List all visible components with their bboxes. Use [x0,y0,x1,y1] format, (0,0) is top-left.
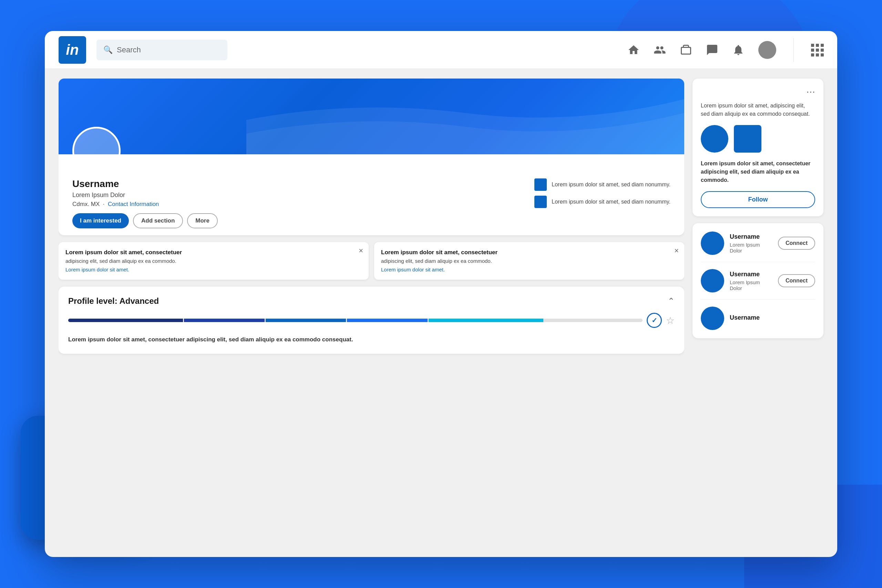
suggestion-title-2: Lorem ipsum dolor sit amet, consectetuer [381,249,677,256]
profile-level-title: Profile level: Advanced [68,296,159,306]
nav-divider [794,38,794,62]
person-divider-1 [701,262,815,262]
suggestion-sub-2: adipiscing elit, sed diam aliquip ex ea … [381,258,677,264]
search-bar[interactable]: 🔍 Search [96,40,227,60]
nav-apps[interactable] [811,44,824,56]
nav-messaging[interactable] [706,44,718,56]
person-item-1: Username Lorem Ipsum Dolor Connect [701,231,815,255]
profile-banner [58,78,684,154]
nav-avatar[interactable] [758,41,776,59]
right-ad-card: ⋯ Lorem ipsum dolor sit amet, adipiscing… [693,78,824,216]
suggestion-card-1: × Lorem ipsum dolor sit amet, consectetu… [58,242,369,280]
search-placeholder: Search [117,45,141,54]
suggestion-card-2: × Lorem ipsum dolor sit amet, consectetu… [374,242,684,280]
person-item-2: Username Lorem Ipsum Dolor Connect [701,269,815,292]
stat-box-1 [534,178,547,191]
close-suggestion-1[interactable]: × [358,246,363,255]
profile-card: Username Lorem Ipsum Dolor Cdmx. MX · Co… [58,78,684,235]
seg2 [184,319,264,322]
seg1 [68,319,183,322]
briefcase-icon [680,44,692,56]
check-circle: ✓ [646,313,662,328]
right-card-body: Lorem ipsum dolor sit amet, consectetuer… [701,159,815,184]
profile-stat-1: Lorem ipsum dolor sit amet, sed diam non… [534,178,670,191]
right-card-desc: Lorem ipsum dolor sit amet, adipiscing e… [701,102,815,118]
chat-icon [706,44,718,56]
right-card-more-options[interactable]: ⋯ [701,87,815,98]
profile-avatar-container [72,127,121,154]
bell-icon [732,44,744,56]
follow-button[interactable]: Follow [701,191,815,208]
suggestion-cards: × Lorem ipsum dolor sit amet, consectetu… [58,242,684,280]
add-section-button[interactable]: Add section [133,213,183,228]
seg4 [347,319,427,322]
profile-info: Username Lorem Ipsum Dolor Cdmx. MX · Co… [58,154,684,235]
stat-text-1: Lorem ipsum dolor sit amet, sed diam non… [552,182,670,188]
suggestion-sub-1: adipiscing elit, sed diam aliquip ex ea … [66,258,362,264]
profile-title: Lorem Ipsum Dolor [72,192,528,199]
person-name-3: Username [730,314,815,321]
nav-logo[interactable]: in [58,36,86,64]
person-avatar-2 [701,269,724,292]
profile-text: Username Lorem Ipsum Dolor Cdmx. MX · Co… [72,178,528,228]
suggestion-link-2[interactable]: Lorem ipsum dolor sit amet. [381,267,445,273]
desc-bold: Lorem ipsum dolor sit amet, consectetuer… [68,336,227,343]
nav-logo-text: in [66,42,78,58]
location-city: Cdmx. MX [72,201,100,207]
profile-actions: I am interested Add section More [72,213,528,228]
person-info-1: Username Lorem Ipsum Dolor [730,233,772,254]
connect-button-2[interactable]: Connect [778,274,815,287]
nav-home[interactable] [627,44,640,56]
main-content: Username Lorem Ipsum Dolor Cdmx. MX · Co… [45,69,837,557]
banner-wave [246,78,684,154]
profile-location: Cdmx. MX · Contact Information [72,201,528,208]
person-avatar-3 [701,307,724,330]
seg5 [429,319,543,322]
nav-notifications[interactable] [732,44,744,56]
nav-jobs[interactable] [680,44,692,56]
search-icon: 🔍 [104,45,112,54]
person-info-3: Username [730,314,815,323]
progress-bar [68,319,642,322]
profile-stats: Lorem ipsum dolor sit amet, sed diam non… [534,178,670,208]
desc-rest: sed diam aliquip ex ea commodo consequat… [229,336,353,343]
right-panel: ⋯ Lorem ipsum dolor sit amet, adipiscing… [693,78,824,548]
seg6 [544,319,630,322]
profile-level-desc: Lorem ipsum dolor sit amet, consectetuer… [68,335,675,344]
grid-icon [811,44,824,56]
person-title-2: Lorem Ipsum Dolor [730,279,772,291]
people-card: Username Lorem Ipsum Dolor Connect Usern… [693,223,824,338]
connect-button-1[interactable]: Connect [778,237,815,250]
person-info-2: Username Lorem Ipsum Dolor [730,271,772,291]
interested-button[interactable]: I am interested [72,213,129,228]
more-button[interactable]: More [187,213,218,228]
nav-bar: in 🔍 Search [45,31,837,69]
ad-logo-square [734,125,761,153]
star-icon[interactable]: ☆ [666,315,675,326]
chevron-up-icon[interactable]: ⌃ [668,296,675,306]
right-card-logos [701,125,815,153]
home-icon [627,44,640,56]
stat-box-2 [534,196,547,208]
close-suggestion-2[interactable]: × [674,246,679,255]
ad-logo-circle [701,125,728,153]
profile-avatar [72,127,121,154]
profile-level-card: Profile level: Advanced ⌃ ✓ ☆ [58,286,684,354]
main-panel: Username Lorem Ipsum Dolor Cdmx. MX · Co… [58,78,684,548]
suggestion-link-1[interactable]: Lorem ipsum dolor sit amet. [66,267,129,273]
browser-window: in 🔍 Search [45,31,837,557]
person-divider-2 [701,299,815,300]
nav-icons [627,38,824,62]
person-avatar-1 [701,231,724,255]
contact-info-link[interactable]: Contact Information [108,201,159,207]
profile-level-header: Profile level: Advanced ⌃ [68,296,675,306]
profile-name: Username [72,178,528,189]
progress-bar-container: ✓ ☆ [68,313,675,328]
seg3 [266,319,346,322]
person-item-3: Username [701,307,815,330]
profile-stat-2: Lorem ipsum dolor sit amet, sed diam non… [534,196,670,208]
person-title-1: Lorem Ipsum Dolor [730,242,772,254]
stat-text-2: Lorem ipsum dolor sit amet, sed diam non… [552,199,670,205]
person-name-2: Username [730,271,772,278]
nav-people[interactable] [654,44,666,56]
